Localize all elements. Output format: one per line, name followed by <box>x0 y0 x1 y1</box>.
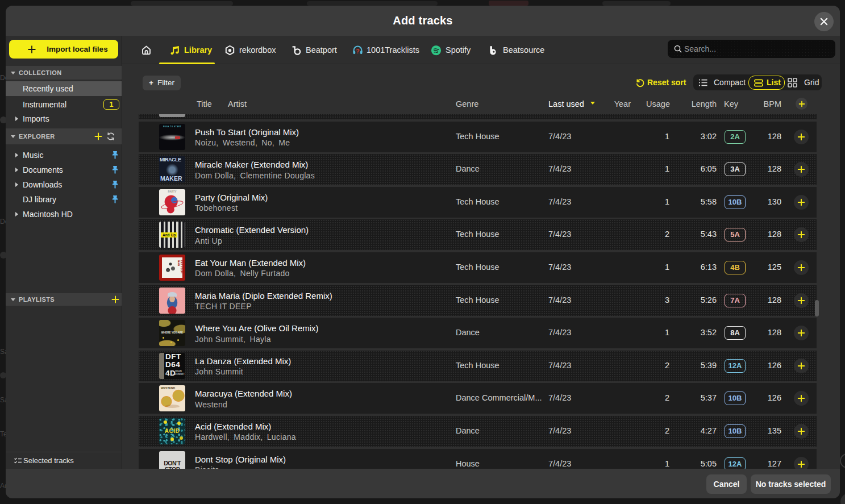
svg-text:?: ? <box>356 48 359 55</box>
